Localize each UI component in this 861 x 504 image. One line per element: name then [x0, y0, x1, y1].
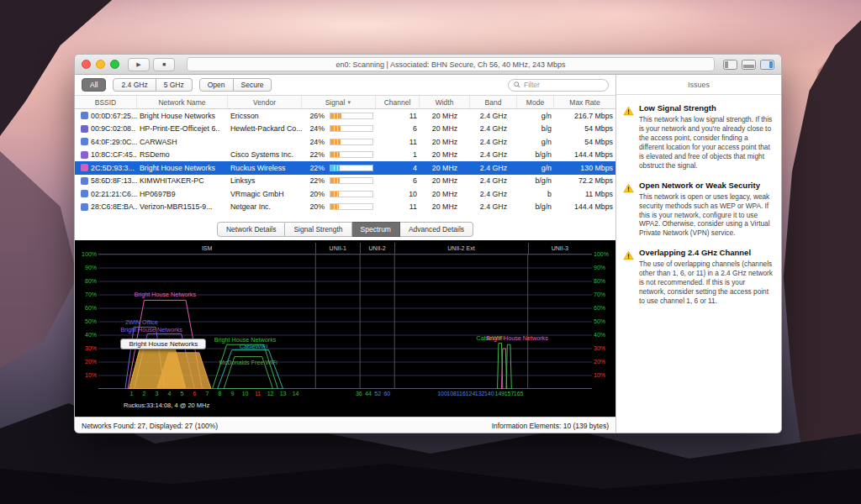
tab-signal-strength[interactable]: Signal Strength — [285, 222, 351, 237]
channel-cell: 10 — [376, 190, 420, 198]
filter-group: 2.4 GHz5 GHz — [113, 78, 192, 92]
vendor-cell: Netgear Inc. — [228, 202, 302, 211]
width-cell: 20 MHz — [420, 164, 470, 172]
signal-percent-cell: 22% — [302, 150, 327, 159]
search-field[interactable] — [508, 79, 609, 92]
spectrum-panel[interactable]: ISMUNII-1UNII-2UNII-2 ExtUNII-3 Bright H… — [75, 240, 615, 417]
view-tab-bar: Network DetailsSignal StrengthSpectrumAd… — [75, 218, 615, 240]
channel-tick-124: 124 — [466, 391, 476, 396]
signal-bar-cell — [327, 139, 376, 145]
networks-table: BSSIDNetwork NameVendorSignal▼ChannelWid… — [75, 95, 615, 218]
network-row[interactable]: 64:0F:29:0C...CARWASH24%1120 MHz2.4 GHzg… — [75, 135, 615, 149]
tab-network-details[interactable]: Network Details — [217, 222, 286, 237]
channel-tick-6: 6 — [193, 391, 197, 396]
channel-tick-116: 116 — [457, 391, 466, 396]
channel-tick-52: 52 — [374, 391, 381, 396]
security-tag-icon — [81, 164, 88, 171]
filter-button-5-ghz[interactable]: 5 GHz — [156, 78, 193, 92]
minimize-button[interactable] — [96, 60, 105, 69]
vendor-cell: Linksys — [228, 176, 302, 185]
mode-cell: b — [517, 190, 554, 198]
channel-tick-8: 8 — [219, 391, 222, 396]
width-cell: 20 MHz — [420, 176, 470, 185]
network-row[interactable]: 00:0D:67:25...Bright House NetworksErics… — [75, 109, 615, 123]
channel-tick-60: 60 — [383, 391, 390, 396]
toggle-left-panel-icon[interactable] — [723, 60, 737, 70]
filter-button-all[interactable]: All — [82, 78, 106, 92]
channel-tick-100: 100 — [437, 391, 447, 396]
scan-status-field: en0: Scanning | Associated: BHN Secure, … — [187, 57, 715, 71]
issue-body: This network is open or uses legacy, wea… — [639, 192, 773, 239]
filter-segments: All2.4 GHz5 GHzOpenSecure — [82, 78, 272, 92]
band-cell: 2.4 GHz — [470, 202, 517, 211]
channel-tick-165: 165 — [514, 391, 524, 396]
information-elements-status: Information Elements: 10 (139 bytes) — [492, 422, 609, 430]
bssid-cell: 64:0F:29:0C... — [88, 138, 137, 146]
tab-spectrum[interactable]: Spectrum — [352, 222, 400, 237]
networks-found-status: Networks Found: 27, Displayed: 27 (100%) — [82, 422, 218, 430]
band-cell: 2.4 GHz — [470, 176, 517, 185]
filter-button-2-4-ghz[interactable]: 2.4 GHz — [113, 78, 156, 92]
issues-panel: Issues Low Signal StrengthThis network h… — [616, 75, 781, 433]
channel-tick-2: 2 — [143, 391, 146, 396]
title-bar[interactable]: ▶ ■ en0: Scanning | Associated: BHN Secu… — [75, 55, 781, 75]
signal-percent-cell: 24% — [302, 124, 327, 133]
svg-text:CableWiFi: CableWiFi — [240, 342, 268, 349]
close-button[interactable] — [82, 60, 91, 69]
network-row[interactable]: 00:9C:02:08..HP-Print-EE-Officejet 6..He… — [75, 123, 615, 136]
channel-tick-13: 13 — [280, 391, 287, 396]
width-cell: 20 MHz — [420, 150, 470, 159]
toggle-issues-panel-icon[interactable] — [760, 60, 774, 70]
bssid-cell: 00:9C:02:08.. — [88, 124, 137, 133]
column-header-channel[interactable]: Channel — [376, 96, 420, 108]
column-header-bssid[interactable]: BSSID — [75, 96, 137, 108]
network-row[interactable]: 58:6D:8F:13...KIMWHITAKER-PCLinksys22%62… — [75, 175, 615, 188]
channel-tick-108: 108 — [446, 391, 457, 396]
signal-percent-cell: 22% — [302, 176, 327, 185]
band-label-unii-1: UNII-1 — [330, 245, 346, 251]
filter-group: All — [82, 78, 106, 92]
column-header-band[interactable]: Band — [470, 96, 517, 108]
channel-tick-157: 157 — [504, 391, 515, 396]
network-row[interactable]: 10:8C:CF:45...RSDemoCisco Systems Inc.22… — [75, 149, 615, 162]
spectrum-ytick: 40% — [594, 332, 613, 339]
column-header-mode[interactable]: Mode — [517, 96, 554, 108]
scan-stop-button[interactable]: ■ — [153, 58, 175, 71]
spectrum-ytick: 10% — [77, 372, 97, 379]
filter-button-secure[interactable]: Secure — [234, 78, 272, 92]
warning-icon — [623, 249, 634, 264]
column-header-max-rate[interactable]: Max Rate — [554, 96, 615, 108]
spectrum-ytick: 80% — [594, 278, 613, 285]
channel-tick-4: 4 — [168, 391, 172, 396]
max-rate-cell: 54 Mbps — [554, 138, 615, 146]
filter-group: OpenSecure — [199, 78, 272, 92]
tab-advanced-details[interactable]: Advanced Details — [400, 222, 473, 237]
spectrum-ytick: 60% — [77, 305, 97, 312]
column-header-signal[interactable]: Signal▼ — [302, 96, 376, 108]
warning-icon — [623, 104, 634, 119]
network-row[interactable]: 2C:5D:93:3...Bright House NetworksRuckus… — [75, 161, 615, 175]
column-header-width[interactable]: Width — [420, 96, 470, 108]
network-row[interactable]: 02:21:21:C6...HP0697B9VRmagic GmbH20%102… — [75, 187, 615, 201]
channel-tick-140: 140 — [484, 391, 494, 396]
spectrum-band-header: ISMUNII-1UNII-2UNII-2 ExtUNII-3 — [98, 243, 592, 255]
toggle-bottom-panel-icon[interactable] — [742, 60, 756, 70]
channel-tick-132: 132 — [475, 391, 485, 396]
filter-search-input[interactable] — [524, 81, 603, 89]
fullscreen-button[interactable] — [110, 60, 119, 69]
network-row[interactable]: 28:C6:8E:BA...Verizon-MBR1515-9...Netgea… — [75, 201, 615, 214]
mode-cell: b/g/n — [517, 150, 554, 159]
bssid-cell: 10:8C:CF:45... — [88, 150, 137, 159]
scan-play-button[interactable]: ▶ — [128, 58, 150, 71]
signal-percent-cell: 20% — [302, 190, 327, 198]
spectrum-plot[interactable]: Bright House Networks2WIN OfficeBright H… — [98, 255, 592, 389]
channel-tick-12: 12 — [267, 391, 274, 396]
search-icon — [514, 81, 520, 88]
mode-cell: g/n — [517, 164, 554, 172]
filter-button-open[interactable]: Open — [199, 78, 234, 92]
column-header-network-name[interactable]: Network Name — [137, 96, 228, 108]
channel-tick-3: 3 — [156, 391, 159, 396]
mode-cell: b/g/n — [517, 202, 554, 211]
channel-cell: 11 — [376, 138, 420, 146]
column-header-vendor[interactable]: Vendor — [228, 96, 302, 108]
